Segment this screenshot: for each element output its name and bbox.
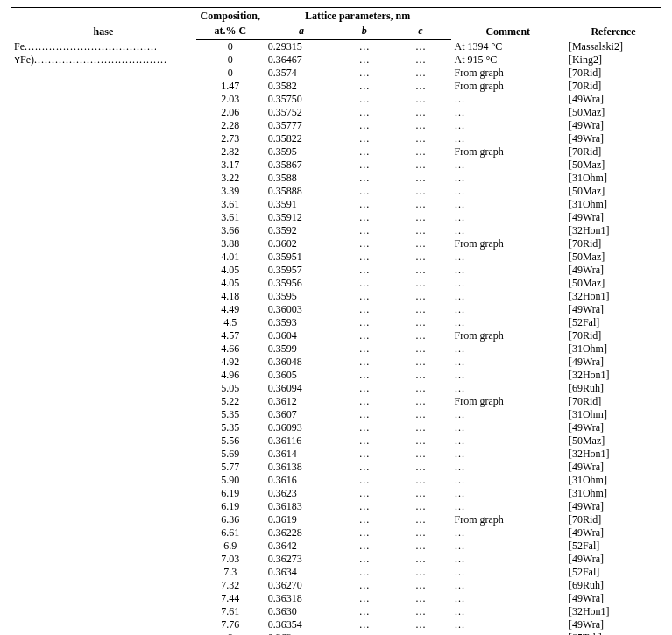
table-row: 3.610.35912………[49Wra] <box>11 211 661 224</box>
cell-b: … <box>338 290 390 303</box>
table-row: ʏFe)00.36467……At 915 °C[King2] <box>11 53 661 67</box>
cell-b: … <box>338 395 390 408</box>
cell-phase <box>11 566 196 579</box>
cell-c: … <box>390 631 450 635</box>
cell-reference: [31Ohm] <box>565 172 661 185</box>
cell-phase <box>11 119 196 132</box>
table-row: 5.350.3607………[31Ohm] <box>11 408 661 421</box>
cell-a: 0.36003 <box>265 303 339 316</box>
cell-phase <box>11 250 196 264</box>
cell-composition: 0 <box>196 53 265 67</box>
cell-c: … <box>390 224 450 237</box>
cell-b: … <box>338 53 390 67</box>
cell-comment: … <box>451 185 565 198</box>
cell-a: 0.3607 <box>265 408 339 421</box>
cell-c: … <box>390 172 450 185</box>
cell-comment: … <box>451 540 565 553</box>
cell-b: … <box>338 119 390 132</box>
cell-comment: … <box>451 500 565 513</box>
cell-composition: 5.56 <box>196 434 265 448</box>
cell-composition: 7.03 <box>196 553 265 566</box>
table-row: 7.440.36318………[49Wra] <box>11 592 661 605</box>
cell-composition: 2.28 <box>196 119 265 132</box>
cell-reference: [31Ohm] <box>565 487 661 500</box>
cell-comment: … <box>451 421 565 434</box>
cell-reference: [49Wra] <box>565 461 661 474</box>
cell-composition: 7.44 <box>196 592 265 605</box>
cell-phase <box>11 592 196 605</box>
cell-comment: … <box>451 592 565 605</box>
cell-comment: From graph <box>451 237 565 250</box>
cell-c: … <box>390 329 450 342</box>
cell-c: … <box>390 67 450 80</box>
cell-a: 0.36354 <box>265 618 339 631</box>
cell-c: … <box>390 395 450 408</box>
table-row: 3.170.35867………[50Maz] <box>11 159 661 172</box>
cell-comment: … <box>451 93 565 106</box>
table-row: 4.050.35957………[49Wra] <box>11 264 661 277</box>
cell-b: … <box>338 526 390 540</box>
cell-b: … <box>338 579 390 592</box>
cell-phase <box>11 461 196 474</box>
cell-b: … <box>338 421 390 434</box>
cell-b: … <box>338 434 390 448</box>
table-row: 4.660.3599………[31Ohm] <box>11 342 661 356</box>
cell-reference: [50Maz] <box>565 159 661 172</box>
cell-a: 0.3642 <box>265 540 339 553</box>
cell-a: 0.3595 <box>265 290 339 303</box>
cell-comment: … <box>451 342 565 356</box>
table-row: 2.030.35750………[49Wra] <box>11 93 661 106</box>
cell-c: … <box>390 185 450 198</box>
cell-reference: [52Fal] <box>565 540 661 553</box>
cell-phase <box>11 421 196 434</box>
cell-composition: 7.76 <box>196 618 265 631</box>
cell-c: … <box>390 605 450 618</box>
cell-comment: … <box>451 356 565 369</box>
cell-c: … <box>390 250 450 264</box>
cell-comment: … <box>451 264 565 277</box>
cell-comment: … <box>451 106 565 119</box>
cell-composition: 6.61 <box>196 526 265 540</box>
lattice-table: hase Composition, Lattice parameters, nm… <box>11 7 661 635</box>
cell-composition: 4.18 <box>196 290 265 303</box>
header-composition-bot: at.% C <box>196 25 265 40</box>
cell-c: … <box>390 80 450 93</box>
phase-label: Fe <box>14 40 25 53</box>
cell-a: 0.36138 <box>265 461 339 474</box>
cell-composition: 6.19 <box>196 487 265 500</box>
cell-a: 0.36228 <box>265 526 339 540</box>
table-row: 7.30.3634………[52Fal] <box>11 566 661 579</box>
cell-b: … <box>338 487 390 500</box>
cell-reference: [32Hon1] <box>565 290 661 303</box>
cell-c: … <box>390 553 450 566</box>
cell-phase <box>11 237 196 250</box>
cell-a: 0.36273 <box>265 553 339 566</box>
cell-b: … <box>338 132 390 145</box>
cell-reference: [85Tak] <box>565 631 661 635</box>
cell-a: 0.35777 <box>265 119 339 132</box>
cell-phase <box>11 342 196 356</box>
cell-phase <box>11 211 196 224</box>
cell-reference: [49Wra] <box>565 421 661 434</box>
cell-phase <box>11 159 196 172</box>
cell-reference: [32Hon1] <box>565 605 661 618</box>
cell-composition: 5.22 <box>196 395 265 408</box>
cell-b: … <box>338 461 390 474</box>
cell-comment: … <box>451 382 565 395</box>
cell-phase <box>11 487 196 500</box>
cell-reference: [49Wra] <box>565 553 661 566</box>
cell-phase <box>11 132 196 145</box>
cell-b: … <box>338 237 390 250</box>
cell-composition: 6.19 <box>196 500 265 513</box>
cell-b: … <box>338 369 390 382</box>
cell-a: 0.29315 <box>265 40 339 54</box>
cell-a: 0.3593 <box>265 316 339 329</box>
cell-a: 0.35912 <box>265 211 339 224</box>
table-row: 5.220.3612……From graph[70Rid] <box>11 395 661 408</box>
header-phase: hase <box>11 8 196 40</box>
cell-reference: [50Maz] <box>565 277 661 290</box>
header-b: b <box>362 25 367 37</box>
cell-b: … <box>338 106 390 119</box>
cell-b: … <box>338 618 390 631</box>
table-row: 5.350.36093………[49Wra] <box>11 421 661 434</box>
